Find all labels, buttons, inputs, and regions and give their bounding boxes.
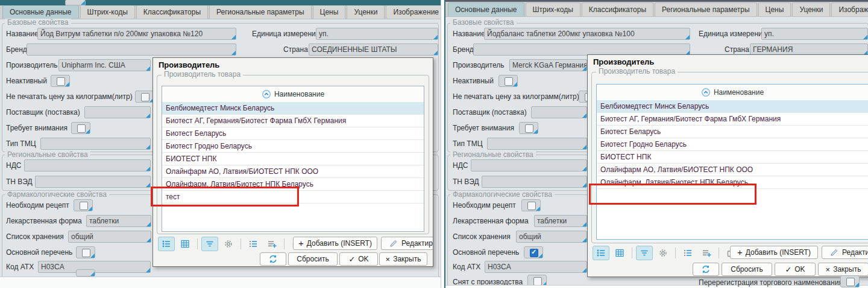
filter-icon[interactable] xyxy=(201,237,218,251)
tab-classifiers[interactable]: Классификаторы xyxy=(582,2,653,16)
tab-barcodes[interactable]: Штрих-коды xyxy=(526,2,580,16)
dosage-form-input[interactable]: таблетки xyxy=(86,215,151,227)
tab-prices[interactable]: Цены xyxy=(313,5,346,19)
tmc-type-input[interactable] xyxy=(40,138,151,150)
manufacturer-row[interactable]: Биотест Гродно Беларусь xyxy=(162,140,424,153)
supplier-input[interactable] xyxy=(84,106,151,118)
storage-list-input[interactable]: общий xyxy=(516,231,587,243)
tab-barcodes[interactable]: Штрих-коды xyxy=(80,5,135,19)
tab-markdowns[interactable]: Уценки xyxy=(792,2,830,16)
group-regional-label: Региональные свойства xyxy=(5,151,90,158)
column-header-name[interactable]: Наименование xyxy=(597,85,868,101)
filter-icon[interactable] xyxy=(636,246,653,260)
refresh-button[interactable] xyxy=(260,252,286,266)
close-button[interactable]: ×Закрыть xyxy=(818,263,868,276)
manufacturer-row[interactable]: БИОТЕСТ НПК xyxy=(162,153,424,165)
tab-markdowns[interactable]: Уценки xyxy=(347,5,385,19)
manufacturer-row[interactable]: Биотест Гродно Беларусь xyxy=(597,138,868,151)
dosage-form-input[interactable]: таблетки xyxy=(534,215,587,227)
clipped-widget xyxy=(65,0,86,5)
tab-regional-params[interactable]: Региональные параметры xyxy=(655,2,757,16)
manufacturer-row[interactable]: Биотест АГ, Германия/Биотест Фарма ГмбХ … xyxy=(162,115,424,127)
add-button[interactable]: +Добавить (INSERT) xyxy=(293,237,377,250)
tn-ved-input[interactable] xyxy=(482,176,587,188)
toolbar-divider xyxy=(284,238,285,249)
country-label: Страна xyxy=(283,43,308,56)
numbered-list-icon[interactable] xyxy=(245,237,262,251)
no-price-per-kg-checkbox[interactable] xyxy=(135,91,154,103)
manufacturer-row[interactable]: БИОТЕСТ НПК xyxy=(597,151,868,164)
manufacturer-dialog: Производитель Производитель товара Наиме… xyxy=(153,57,433,267)
tab-main-data[interactable]: Основные данные xyxy=(2,5,79,19)
checkbox-box xyxy=(846,278,855,286)
manufacturer-row[interactable]: Биотест Беларусь xyxy=(162,127,424,140)
inactive-checkbox[interactable] xyxy=(51,75,70,87)
sync-icon xyxy=(268,254,278,264)
country-input[interactable]: ГЕРМАНИЯ xyxy=(750,43,868,56)
prescription-checkbox[interactable] xyxy=(521,199,541,211)
name-input[interactable]: Йод Витрум таблетки п/о 200мкг упаковка … xyxy=(37,28,236,40)
manufacturer-row[interactable]: Олайнфарм АО, Латвия/БИОТЕСТ НПК ООО xyxy=(162,165,424,178)
manufacturer-row[interactable]: Биотест АГ, Германия/Биотест Фарма ГмбХ … xyxy=(597,113,868,126)
atc-code-label: Код АТХ xyxy=(6,261,34,273)
ok-button[interactable]: ✓OK xyxy=(775,263,816,276)
manufacturer-input[interactable]: Merck KGaA Германия xyxy=(509,59,587,71)
tab-regional-params[interactable]: Региональные параметры xyxy=(209,5,312,19)
attention-checkbox[interactable] xyxy=(71,122,90,134)
gear-icon[interactable] xyxy=(655,246,671,260)
list-view-icon[interactable] xyxy=(593,246,609,260)
annotation-rect-test-row xyxy=(151,187,299,206)
reset-button[interactable]: Сбросить xyxy=(722,263,772,276)
manufacturer-input[interactable]: Unipharm Inc. США xyxy=(58,59,151,71)
ok-button[interactable]: ✓OK xyxy=(339,252,378,266)
sort-up-icon xyxy=(262,89,271,99)
manufacturer-row-selected[interactable]: Белбиомедтест Минск Беларусь xyxy=(597,100,868,113)
list-view-icon[interactable] xyxy=(158,237,175,251)
inactive-checkbox[interactable] xyxy=(498,75,518,87)
add-to-list-icon[interactable] xyxy=(698,246,715,260)
refresh-button[interactable] xyxy=(693,263,719,276)
reset-button[interactable]: Сбросить xyxy=(288,252,338,266)
vat-label: НДС xyxy=(453,159,468,171)
column-header-name[interactable]: Наименование xyxy=(162,86,424,103)
grid-view-icon[interactable] xyxy=(611,246,628,260)
manufacturer-row[interactable]: Олайнфарм АО, Латвия/БИОТЕСТ НПК ООО xyxy=(597,164,868,176)
add-button[interactable]: +Добавить (INSERT) xyxy=(730,246,818,259)
main-list-checkbox[interactable] xyxy=(76,246,95,258)
unit-input[interactable]: уп. xyxy=(761,28,868,40)
edit-button[interactable]: Редактировать xyxy=(822,246,868,259)
gear-icon[interactable] xyxy=(220,237,237,251)
edit-button[interactable]: Редактировать xyxy=(381,237,433,250)
unit-input[interactable]: уп. xyxy=(316,28,438,40)
tab-main-data[interactable]: Основные данные xyxy=(448,2,524,16)
attention-checkbox[interactable] xyxy=(519,122,538,134)
tmc-type-input[interactable] xyxy=(487,138,587,150)
tab-image[interactable]: Изображение xyxy=(386,5,441,19)
tn-ved-input[interactable] xyxy=(35,176,151,188)
country-input[interactable]: СОЕДИНЕННЫЕ ШТАТЫ xyxy=(309,43,438,56)
reregistration-checkbox[interactable] xyxy=(840,275,860,287)
vat-input[interactable] xyxy=(471,159,587,171)
checkbox-box xyxy=(77,124,86,133)
vat-input[interactable] xyxy=(24,159,151,171)
attention-label: Требует внимания xyxy=(453,122,514,134)
storage-list-input[interactable]: общий xyxy=(68,231,151,243)
manufacturer-row[interactable]: Биотест Беларусь xyxy=(597,126,868,138)
numbered-list-icon[interactable] xyxy=(679,246,696,260)
manufacturer-label: Производитель xyxy=(453,59,504,71)
brand-input[interactable] xyxy=(27,43,236,56)
manufacturer-row-selected[interactable]: Белбиомедтест Минск Беларусь xyxy=(162,102,424,115)
main-list-checkbox[interactable] xyxy=(524,246,543,258)
checkbox-box xyxy=(80,202,88,210)
add-to-list-icon[interactable] xyxy=(263,237,280,251)
brand-input[interactable] xyxy=(473,43,690,56)
name-input[interactable]: Йодбаланс таблетки 200мкг упаковка №100 xyxy=(484,28,690,40)
tab-prices[interactable]: Цены xyxy=(758,2,791,16)
atc-code-input[interactable]: H03CA xyxy=(485,261,587,273)
prescription-checkbox[interactable] xyxy=(74,199,93,211)
tab-classifiers[interactable]: Классификаторы xyxy=(136,5,208,19)
grid-view-icon[interactable] xyxy=(177,237,193,251)
supplier-input[interactable] xyxy=(531,106,587,118)
close-button[interactable]: ×Закрыть xyxy=(379,252,427,266)
tab-image[interactable]: Изображение xyxy=(831,2,868,16)
